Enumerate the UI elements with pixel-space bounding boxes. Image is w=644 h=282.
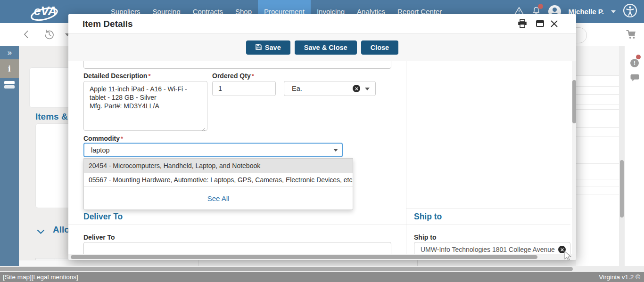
unit-caret-icon bbox=[365, 88, 370, 90]
close-button[interactable]: Close bbox=[361, 40, 399, 55]
notification-badge-dot bbox=[538, 4, 543, 9]
save-and-close-button[interactable]: Save & Close bbox=[295, 40, 357, 55]
divider bbox=[406, 209, 576, 209]
panel-divider bbox=[406, 61, 406, 254]
commodity-caret-icon[interactable] bbox=[333, 149, 338, 152]
save-button[interactable]: Save bbox=[246, 40, 290, 55]
modal-content: Detailed Description* Apple 11-inch iPad… bbox=[68, 61, 576, 254]
cart-icon[interactable] bbox=[625, 28, 638, 42]
divider bbox=[406, 225, 570, 225]
chat-icon[interactable] bbox=[630, 74, 639, 84]
allocations-heading: Allo bbox=[53, 225, 70, 235]
unit-of-measure-value: Ea. bbox=[292, 81, 302, 96]
info-tab-icon[interactable]: i bbox=[0, 59, 19, 78]
left-sidebar: » i bbox=[0, 46, 19, 266]
ship-to-value: UMW-Info Technologies 1801 College Avenu… bbox=[421, 246, 555, 253]
mouse-cursor bbox=[564, 251, 573, 263]
alerts-badge-dot bbox=[636, 55, 641, 59]
ship-to-label: Ship to bbox=[414, 234, 436, 241]
textarea-resize-handle[interactable] bbox=[201, 125, 206, 134]
page-vertical-scrollbar[interactable] bbox=[619, 46, 625, 266]
back-icon[interactable] bbox=[23, 30, 29, 41]
modal-title: Item Details bbox=[83, 14, 133, 34]
save-disk-icon bbox=[256, 44, 262, 51]
maximize-icon[interactable] bbox=[536, 20, 544, 27]
modal-hscroll-thumb[interactable] bbox=[71, 255, 537, 259]
table-row-fragment bbox=[19, 260, 644, 266]
unit-clear-icon[interactable] bbox=[353, 85, 360, 92]
ship-to-heading: Ship to bbox=[414, 212, 442, 222]
status-bar: [Site map][Legal mentions] Virginia v1.2… bbox=[0, 272, 644, 282]
statusbar-links[interactable]: [Site map][Legal mentions] bbox=[3, 272, 78, 282]
commodity-option-05567[interactable]: 05567 - Mounting Hardware, Automotive: L… bbox=[84, 173, 353, 187]
commodity-dropdown: 20454 - Microcomputers, Handheld, Laptop… bbox=[83, 158, 353, 210]
detailed-description-textarea[interactable]: Apple 11-inch iPad - A16 - Wi-Fi - table… bbox=[83, 81, 207, 131]
svg-text:eVA: eVA bbox=[34, 4, 57, 18]
modal-horizontal-scrollbar[interactable] bbox=[68, 254, 576, 260]
commodity-input[interactable] bbox=[83, 143, 343, 157]
items-section-heading: Items & bbox=[35, 112, 68, 122]
modal-vertical-scrollbar[interactable] bbox=[572, 61, 576, 254]
history-icon[interactable] bbox=[43, 29, 55, 42]
page-vscroll-thumb[interactable] bbox=[620, 160, 624, 218]
expand-sidebar-icon[interactable]: » bbox=[0, 48, 19, 57]
detailed-description-label: Detailed Description* bbox=[83, 72, 150, 80]
modal-action-bar: Save Save & Close Close bbox=[68, 34, 576, 61]
card-tab-icon[interactable] bbox=[4, 81, 15, 90]
print-icon[interactable] bbox=[518, 19, 527, 30]
accessibility-icon[interactable] bbox=[623, 3, 637, 20]
ordered-qty-input[interactable] bbox=[212, 81, 276, 96]
see-all-link[interactable]: See All bbox=[84, 192, 353, 206]
page-hscroll-thumb[interactable] bbox=[0, 267, 573, 271]
divider bbox=[68, 225, 406, 225]
item-details-modal: Item Details Save Save & Close Close Det… bbox=[68, 14, 576, 260]
ordered-qty-label: Ordered Qty* bbox=[212, 72, 254, 80]
unit-of-measure-select[interactable]: Ea. bbox=[284, 81, 376, 96]
background-form-rows bbox=[576, 46, 619, 266]
alerts-icon[interactable]: ! bbox=[630, 59, 639, 67]
modal-vscroll-thumb[interactable] bbox=[572, 80, 576, 123]
deliver-to-label: Deliver To bbox=[83, 234, 115, 241]
modal-header: Item Details bbox=[68, 14, 576, 34]
close-icon[interactable] bbox=[551, 20, 558, 29]
statusbar-version: Virginia v1.2 © bbox=[599, 272, 640, 282]
deliver-to-heading: Deliver To bbox=[83, 212, 123, 222]
eva-logo[interactable]: eVA bbox=[27, 1, 64, 23]
collapse-chevron-icon[interactable] bbox=[37, 228, 45, 236]
commodity-label: Commodity* bbox=[83, 135, 123, 142]
user-menu-chevron-icon[interactable] bbox=[611, 10, 616, 13]
commodity-option-20454[interactable]: 20454 - Microcomputers, Handheld, Laptop… bbox=[84, 159, 353, 173]
page-horizontal-scrollbar[interactable] bbox=[0, 266, 644, 272]
